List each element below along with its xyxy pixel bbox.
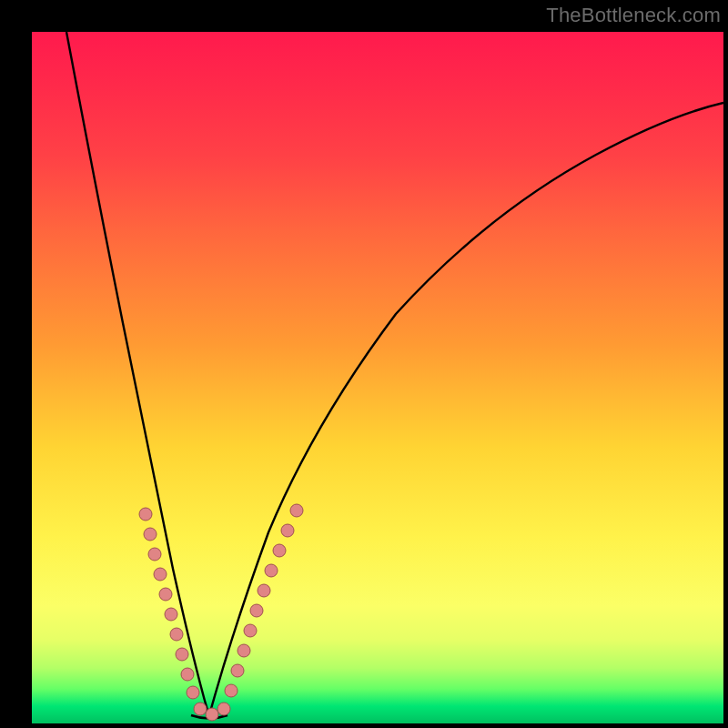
marker-dot (217, 703, 230, 715)
chart-frame: TheBottleneck.com (0, 0, 728, 728)
marker-dot (148, 548, 161, 561)
curve-left-branch (66, 32, 209, 716)
marker-dot (154, 568, 167, 581)
plot-area (32, 32, 723, 723)
marker-dot (273, 544, 286, 557)
marker-dot (258, 584, 270, 597)
marker-dot (225, 684, 238, 697)
marker-dot (181, 668, 194, 681)
bottleneck-curve-layer (32, 32, 723, 723)
marker-dot (265, 564, 278, 577)
marker-dot (159, 588, 172, 601)
marker-dot (238, 644, 250, 657)
marker-dot (281, 524, 294, 537)
marker-dot (290, 504, 303, 517)
marker-dot (139, 508, 152, 521)
marker-dot (194, 703, 207, 715)
marker-dot (250, 604, 263, 617)
marker-dot (231, 664, 244, 677)
marker-dot (165, 608, 177, 621)
marker-group (139, 504, 303, 721)
marker-dot (206, 708, 218, 721)
marker-dot (144, 528, 157, 541)
marker-dot (170, 628, 183, 641)
marker-dot (244, 624, 257, 637)
curve-right-branch (209, 103, 723, 715)
marker-dot (187, 686, 199, 699)
marker-dot (176, 648, 188, 661)
watermark-text: TheBottleneck.com (546, 4, 721, 27)
